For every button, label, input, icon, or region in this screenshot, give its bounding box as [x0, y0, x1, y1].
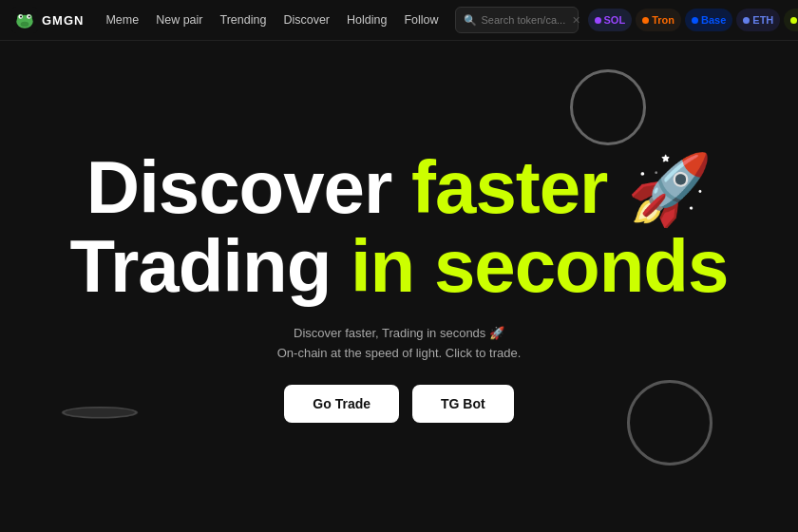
- base-label: Base: [701, 14, 726, 26]
- hero-section: Discover faster 🚀 Trading in seconds Dis…: [0, 41, 798, 532]
- chain-eth[interactable]: ETH: [736, 9, 780, 31]
- hero-line1-white: Discover: [86, 145, 411, 229]
- go-trade-button[interactable]: Go Trade: [284, 385, 399, 423]
- hero-title-line1: Discover faster 🚀: [86, 150, 712, 224]
- eth-label: ETH: [752, 14, 773, 26]
- eth-dot: [743, 17, 750, 24]
- nav-discover[interactable]: Discover: [275, 0, 338, 41]
- hero-rocket-emoji: 🚀: [627, 155, 712, 223]
- nav-trending[interactable]: Trending: [212, 0, 276, 41]
- hero-content: Discover faster 🚀 Trading in seconds Dis…: [70, 150, 729, 423]
- hero-subtitle: Discover faster, Trading in seconds 🚀 On…: [277, 324, 522, 364]
- hero-line1-green: faster: [411, 145, 607, 229]
- sol-dot: [595, 17, 601, 24]
- search-input[interactable]: [482, 14, 567, 26]
- base-dot: [692, 17, 698, 24]
- logo-icon: [11, 7, 38, 33]
- chain-selector: SOL Tron Base ETH Blast: [588, 9, 798, 31]
- chain-tron[interactable]: Tron: [636, 9, 681, 31]
- search-icon: 🔍: [464, 14, 477, 27]
- nav-holding[interactable]: Holding: [338, 0, 395, 41]
- logo-text: GMGN: [42, 13, 84, 28]
- tron-label: Tron: [652, 14, 674, 26]
- tron-dot: [642, 17, 649, 24]
- nav-meme[interactable]: Meme: [97, 0, 147, 41]
- hero-subtitle-line1: Discover faster, Trading in seconds 🚀: [277, 324, 522, 344]
- hero-title-line2: Trading in seconds: [70, 229, 729, 303]
- sol-label: SOL: [604, 14, 626, 26]
- blast-dot: [790, 17, 797, 24]
- logo[interactable]: GMGN: [11, 7, 84, 33]
- chain-base[interactable]: Base: [685, 9, 732, 31]
- svg-point-6: [20, 15, 22, 17]
- hero-buttons: Go Trade TG Bot: [284, 385, 513, 423]
- deco-circle-top-right: [570, 69, 646, 145]
- search-bar[interactable]: 🔍 ✕: [455, 7, 579, 33]
- chain-blast[interactable]: Blast: [784, 9, 798, 31]
- hero-line2-white: Trading: [70, 224, 351, 308]
- hero-line2-green: in seconds: [351, 224, 728, 308]
- nav-new-pair[interactable]: New pair: [147, 0, 211, 41]
- svg-point-8: [21, 22, 29, 27]
- navbar: GMGN Meme New pair Trending Discover Hol…: [0, 0, 798, 41]
- tg-bot-button[interactable]: TG Bot: [412, 385, 514, 423]
- hero-subtitle-line2: On-chain at the speed of light. Click to…: [277, 344, 522, 364]
- chain-sol[interactable]: SOL: [588, 9, 633, 31]
- search-clear-icon[interactable]: ✕: [572, 14, 580, 27]
- svg-point-7: [28, 15, 30, 17]
- nav-follow[interactable]: Follow: [395, 0, 446, 41]
- nav-links: Meme New pair Trending Discover Holding …: [97, 0, 446, 41]
